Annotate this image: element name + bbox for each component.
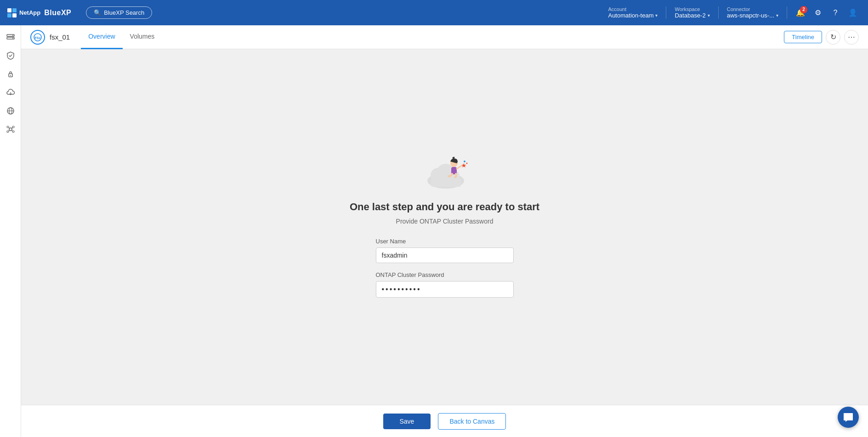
username-label: User Name [376, 238, 514, 245]
connector-section[interactable]: Connector aws-snapctr-us-... ▾ [719, 6, 787, 19]
header-icons: 🔔 2 ⚙ ? 👤 [787, 5, 861, 21]
svg-point-29 [466, 162, 467, 164]
more-options-button[interactable]: ⋯ [844, 30, 859, 45]
workspace-chevron-icon: ▾ [708, 13, 710, 18]
workspace-section[interactable]: Workspace Database-2 ▾ [666, 6, 718, 19]
top-nav-right: Timeline ↻ ⋯ [784, 30, 859, 45]
refresh-button[interactable]: ↻ [826, 30, 840, 45]
timeline-button[interactable]: Timeline [784, 31, 822, 43]
netapp-text: NetApp [19, 9, 40, 16]
svg-point-2 [12, 35, 13, 36]
account-chevron-icon: ▾ [655, 13, 658, 18]
svg-line-17 [11, 130, 12, 131]
search-area[interactable]: 🔍 BlueXP Search [86, 6, 152, 19]
sidebar-item-integrations[interactable] [2, 121, 19, 138]
search-button[interactable]: 🔍 BlueXP Search [86, 6, 152, 19]
notifications-button[interactable]: 🔔 2 [793, 5, 808, 21]
notification-badge: 2 [800, 6, 807, 13]
svg-line-16 [9, 130, 10, 131]
svg-point-3 [12, 38, 13, 39]
sub-heading: Provide ONTAP Cluster Password [396, 218, 494, 225]
svg-point-13 [12, 131, 14, 132]
form-container: One last step and you are ready to start… [21, 144, 868, 306]
settings-button[interactable]: ⚙ [810, 5, 826, 21]
tab-overview[interactable]: Overview [81, 25, 122, 49]
svg-line-14 [9, 127, 10, 129]
netapp-logo: NetApp [7, 8, 40, 17]
main-heading: One last step and you are ready to start [350, 201, 539, 213]
app-layout: FSx fsx_01 Overview Volumes Timeline ↻ ⋯ [0, 25, 868, 437]
sidebar-item-security[interactable] [2, 66, 19, 82]
fsx-icon: FSx [30, 30, 45, 45]
username-input[interactable] [376, 247, 514, 263]
sidebar-item-storage[interactable] [2, 29, 19, 46]
header-right: Account Automation-team ▾ Workspace Data… [600, 5, 861, 21]
back-to-canvas-button[interactable]: Back to Canvas [438, 413, 506, 430]
netapp-squares-icon [7, 8, 17, 17]
username-group: User Name [376, 238, 514, 263]
svg-point-12 [7, 131, 9, 132]
password-input[interactable] [376, 281, 514, 298]
logo-area: NetApp BlueXP [7, 8, 71, 17]
sidebar-item-globe[interactable] [2, 103, 19, 119]
svg-point-28 [464, 161, 465, 162]
app-header: NetApp BlueXP 🔍 BlueXP Search Account Au… [0, 0, 868, 25]
tab-volumes[interactable]: Volumes [123, 25, 162, 49]
sidebar-item-cloud[interactable] [2, 84, 19, 101]
svg-point-5 [10, 75, 11, 76]
chat-button[interactable] [838, 407, 859, 428]
sidebar [0, 25, 21, 437]
svg-point-30 [465, 165, 466, 166]
svg-text:FSx: FSx [35, 36, 41, 40]
save-button[interactable]: Save [383, 414, 431, 429]
nav-tabs: Overview Volumes [81, 25, 162, 49]
account-section[interactable]: Account Automation-team ▾ [600, 6, 666, 19]
content-area: One last step and you are ready to start… [21, 49, 868, 437]
svg-point-11 [12, 126, 14, 128]
svg-line-15 [11, 127, 12, 129]
svg-point-10 [7, 126, 9, 128]
main-content: FSx fsx_01 Overview Volumes Timeline ↻ ⋯ [21, 25, 868, 437]
bottom-bar: Save Back to Canvas [21, 405, 868, 437]
top-nav: FSx fsx_01 Overview Volumes Timeline ↻ ⋯ [21, 25, 868, 49]
user-avatar-button[interactable]: 👤 [845, 5, 861, 21]
brand-text: BlueXP [44, 9, 71, 17]
search-icon: 🔍 [94, 9, 101, 16]
fsx-title: fsx_01 [50, 33, 70, 41]
password-label: ONTAP Cluster Password [376, 271, 514, 278]
illustration [417, 144, 472, 190]
sidebar-item-protection[interactable] [2, 47, 19, 64]
svg-rect-24 [431, 178, 461, 187]
password-group: ONTAP Cluster Password [376, 271, 514, 298]
help-button[interactable]: ? [828, 5, 843, 21]
connector-chevron-icon: ▾ [776, 13, 778, 18]
